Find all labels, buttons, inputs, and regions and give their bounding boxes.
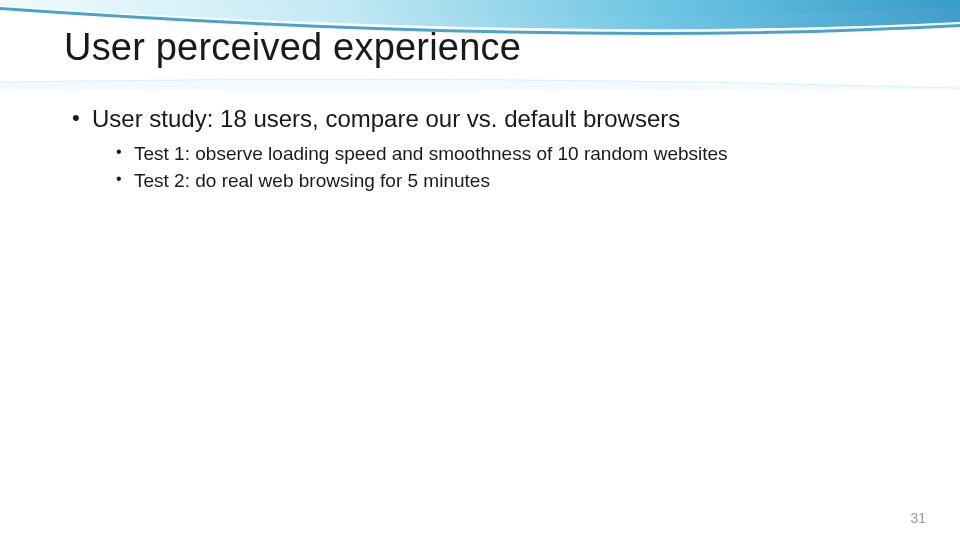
bullet-level2-item: Test 1: observe loading speed and smooth… (116, 142, 888, 167)
slide: User perceived experience User study: 18… (0, 0, 960, 540)
bullet-level2-item: Test 2: do real web browsing for 5 minut… (116, 169, 888, 194)
page-number: 31 (910, 510, 926, 526)
bullet-level2-group: Test 1: observe loading speed and smooth… (72, 142, 888, 193)
slide-title: User perceived experience (64, 26, 521, 69)
bullet-level1: User study: 18 users, compare our vs. de… (72, 104, 888, 134)
slide-content: User study: 18 users, compare our vs. de… (72, 104, 888, 195)
